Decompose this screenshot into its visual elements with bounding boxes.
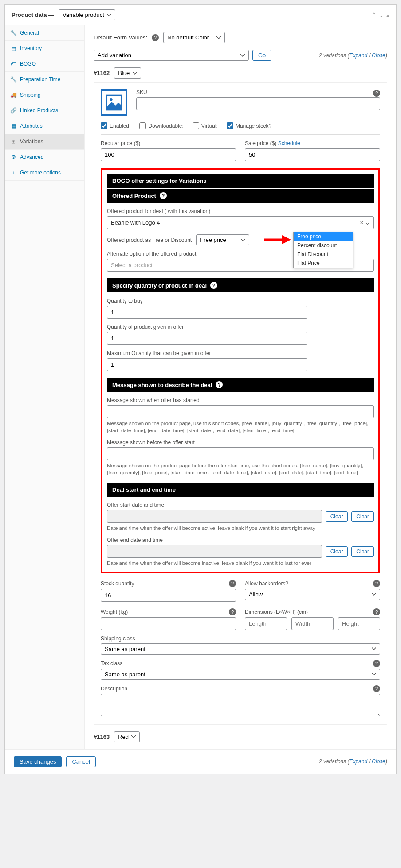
shipping-class-select[interactable]: Same as parent (101, 643, 380, 655)
help-icon[interactable]: ? (373, 580, 380, 587)
msg-before-label: Message shown before the offer start (107, 439, 374, 446)
help-icon[interactable]: ? (373, 90, 380, 97)
variation-attr-select[interactable]: Red (114, 731, 140, 742)
sidebar-item-linked-products[interactable]: 🔗Linked Products (5, 103, 84, 118)
expand-link[interactable]: Expand (350, 758, 368, 765)
offered-product-title: Offered Product ? (107, 189, 374, 203)
help-icon[interactable]: ? (160, 192, 167, 199)
svg-point-1 (110, 98, 113, 101)
sidebar-item-get-more[interactable]: ＋Get more options (5, 165, 84, 181)
msg-before-input[interactable] (107, 447, 374, 460)
deal-title: Deal start and end time (107, 483, 374, 497)
sidebar-item-variations[interactable]: ⊞Variations (5, 134, 84, 150)
help-icon[interactable]: ? (210, 282, 217, 289)
sidebar-item-general[interactable]: 🔧General (5, 25, 84, 41)
main-content: Default Form Values: ? No default Color.… (85, 25, 396, 749)
sidebar-item-preparation-time[interactable]: 🔧Preparation Time (5, 72, 84, 87)
variation-id: #1162 (94, 70, 110, 76)
wrench-icon: 🔧 (10, 30, 16, 36)
sidebar-item-attributes[interactable]: ▦Attributes (5, 118, 84, 134)
close-link[interactable]: Close (372, 758, 385, 765)
sale-price-input[interactable] (245, 148, 380, 161)
product-data-panel: Product data — Variable product ⌃ ⌄ ▴ 🔧G… (4, 4, 397, 774)
clear-icon[interactable]: × (360, 219, 363, 226)
length-input[interactable] (245, 617, 287, 630)
go-button[interactable]: Go (252, 50, 271, 61)
close-link[interactable]: Close (372, 52, 385, 59)
msg-title: Message shown to describe the deal ? (107, 378, 374, 392)
variation-id: #1163 (94, 734, 110, 740)
end-date-input[interactable] (107, 545, 322, 558)
height-input[interactable] (338, 617, 380, 630)
sidebar-item-inventory[interactable]: ▤Inventory (5, 41, 84, 56)
help-icon[interactable]: ? (152, 34, 159, 41)
default-form-select[interactable]: No default Color... (163, 32, 225, 43)
msg-started-input[interactable] (107, 405, 374, 418)
help-icon[interactable]: ? (216, 381, 223, 388)
qty-given-label: Quantity of product given in offer (107, 324, 307, 330)
cancel-button[interactable]: Cancel (66, 756, 95, 767)
help-icon[interactable]: ? (229, 608, 236, 615)
msg-started-label: Message shown when offer has started (107, 397, 374, 403)
msg-started-help: Message shown on the product page, use t… (107, 420, 374, 434)
managestock-checkbox[interactable]: Manage stock? (227, 122, 271, 129)
truck-icon: 🚚 (10, 92, 16, 98)
variation-1-header[interactable]: #1162 Blue (94, 67, 387, 79)
tax-class-select[interactable]: Same as parent (101, 669, 380, 680)
regular-price-input[interactable] (101, 148, 236, 161)
panel-header: Product data — Variable product ⌃ ⌄ ▴ (5, 5, 396, 25)
variation-attr-select[interactable]: Blue (114, 67, 141, 79)
qty-buy-input[interactable] (107, 306, 307, 319)
qty-max-input[interactable] (107, 358, 307, 371)
help-icon[interactable]: ? (373, 608, 380, 615)
sidebar-item-advanced[interactable]: ⚙Advanced (5, 150, 84, 165)
collapse-icon[interactable]: ▴ (386, 12, 389, 19)
width-input[interactable] (291, 617, 334, 630)
bogo-settings-highlight: BOGO offer settings for Variations Offer… (101, 168, 380, 573)
clear-start-button-2[interactable]: Clear (351, 511, 374, 522)
sidebar: 🔧General ▤Inventory 🏷BOGO 🔧Preparation T… (5, 25, 85, 749)
backorders-select[interactable]: Allow (245, 589, 380, 600)
sidebar-item-shipping[interactable]: 🚚Shipping (5, 87, 84, 103)
variation-2-header[interactable]: #1163 Red (94, 731, 387, 742)
offered-product-select[interactable]: Beanie with Logo 4 × ⌄ (107, 216, 374, 229)
move-down-icon[interactable]: ⌄ (379, 12, 384, 19)
save-changes-button[interactable]: Save changes (14, 756, 62, 767)
downloadable-checkbox[interactable]: Downloadable: (139, 122, 183, 129)
backorders-label: Allow backorders? (245, 580, 288, 587)
free-or-discount-select[interactable]: Free price (196, 234, 249, 245)
dropdown-option-flat-price[interactable]: Flat Price (294, 259, 353, 268)
expand-link[interactable]: Expand (350, 52, 368, 59)
weight-input[interactable] (101, 617, 236, 630)
msg-before-help: Message shown on the product page before… (107, 462, 374, 476)
stock-input[interactable] (101, 589, 236, 602)
help-icon[interactable]: ? (373, 685, 380, 692)
bogo-title: BOGO offer settings for Variations (107, 174, 374, 188)
product-type-select[interactable]: Variable product (59, 9, 115, 20)
help-icon[interactable]: ? (373, 660, 380, 667)
virtual-checkbox[interactable]: Virtual: (193, 122, 218, 129)
clear-end-button-2[interactable]: Clear (351, 546, 374, 557)
regular-price-label: Regular price ($) (101, 140, 236, 146)
dropdown-option-percent-discount[interactable]: Percent discount (294, 241, 353, 250)
enabled-checkbox[interactable]: Enabled: (101, 122, 130, 129)
dropdown-option-flat-discount[interactable]: Flat Discount (294, 250, 353, 259)
help-icon[interactable]: ? (229, 580, 236, 587)
description-textarea[interactable] (101, 694, 380, 716)
variation-image-upload[interactable] (101, 89, 127, 116)
sku-input[interactable] (136, 97, 380, 110)
start-date-help: Date and time when the offer will become… (107, 525, 374, 532)
move-up-icon[interactable]: ⌃ (371, 12, 377, 19)
qty-given-input[interactable] (107, 332, 307, 345)
default-form-label: Default Form Values: (94, 34, 147, 41)
start-date-input[interactable] (107, 510, 322, 523)
start-date-label: Offer start date and time (107, 502, 374, 508)
tag-icon: 🏷 (10, 61, 16, 67)
sidebar-item-bogo[interactable]: 🏷BOGO (5, 56, 84, 72)
add-variation-select[interactable]: Add variation (94, 50, 249, 61)
clear-start-button-1[interactable]: Clear (326, 511, 348, 522)
clear-end-button-1[interactable]: Clear (326, 546, 348, 557)
schedule-link[interactable]: Schedule (278, 140, 300, 146)
variation-count-bottom: 2 variations (Expand / Close) (319, 758, 387, 765)
dropdown-option-free-price[interactable]: Free price (294, 232, 353, 241)
